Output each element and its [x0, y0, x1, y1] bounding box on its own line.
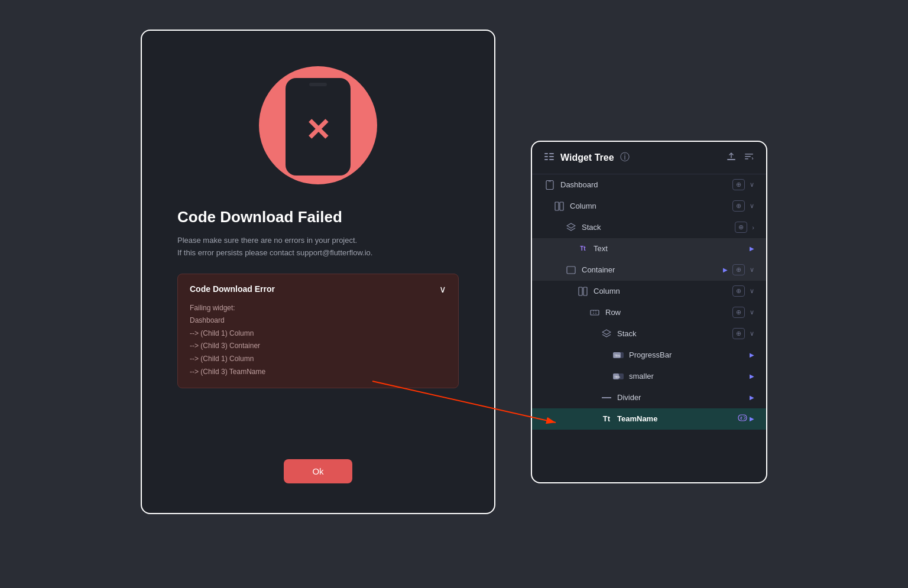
add-child-btn-stack-1[interactable]: ⊕ — [735, 222, 747, 233]
tree-item-text[interactable]: Tt Text ▶ — [532, 238, 766, 259]
chevron-stack-2[interactable]: ∨ — [750, 330, 754, 337]
svg-rect-7 — [745, 154, 753, 155]
play-icon-text[interactable]: ▶ — [750, 245, 754, 252]
svg-rect-2 — [544, 159, 548, 160]
tree-actions-column-2: ⊕ ∨ — [732, 285, 754, 297]
tree-item-row[interactable]: Row ⊕ ∨ — [532, 302, 766, 323]
tree-label-divider: Divider — [617, 393, 750, 402]
phone-body: ✕ — [286, 78, 351, 176]
svg-rect-0 — [544, 153, 548, 154]
tree-item-stack-1[interactable]: Stack ⊕ › — [532, 217, 766, 238]
tree-item-column-2[interactable]: Column ⊕ ∨ — [532, 281, 766, 302]
error-line-4: --> (Child 3) Container — [190, 340, 446, 353]
tree-item-progressbar[interactable]: 75% ProgressBar ▶ — [532, 345, 766, 366]
container-icon — [565, 264, 577, 276]
svg-rect-10 — [546, 180, 553, 189]
tree-item-dashboard[interactable]: Dashboard ⊕ ∨ — [532, 174, 766, 196]
stack-icon — [565, 222, 577, 233]
chevron-column-1[interactable]: ∨ — [750, 202, 754, 210]
play-icon-divider[interactable]: ▶ — [750, 394, 754, 401]
play-icon-progressbar[interactable]: ▶ — [750, 352, 754, 358]
svg-rect-16 — [579, 287, 582, 295]
svg-rect-6 — [727, 159, 735, 160]
text-icon: Tt — [577, 243, 589, 255]
tree-label-row: Row — [605, 308, 732, 317]
tree-item-teamname[interactable]: Tt TeamName ℓ ▶ — [532, 408, 766, 430]
svg-rect-3 — [549, 153, 554, 154]
tree-label-progressbar: ProgressBar — [629, 350, 750, 359]
play-icon-smaller[interactable]: ▶ — [750, 373, 754, 379]
stack-icon-2 — [601, 328, 612, 340]
svg-marker-21 — [602, 330, 611, 334]
svg-rect-17 — [583, 287, 587, 295]
error-line-3: --> (Child 1) Column — [190, 327, 446, 340]
chevron-row[interactable]: ∨ — [750, 308, 754, 316]
chevron-stack-1[interactable]: › — [752, 224, 754, 231]
svg-rect-15 — [567, 267, 575, 274]
row-icon — [589, 307, 601, 319]
tree-label-text: Text — [594, 244, 750, 253]
phone-illustration: ✕ — [259, 66, 377, 184]
chevron-dashboard[interactable]: ∨ — [750, 181, 754, 189]
add-child-btn-row[interactable]: ⊕ — [732, 307, 745, 318]
svg-rect-12 — [555, 202, 559, 210]
error-box-title: Code Download Error — [190, 284, 275, 294]
svg-rect-11 — [549, 181, 552, 181]
add-child-btn-container[interactable]: ⊕ — [732, 264, 745, 275]
upload-icon[interactable] — [726, 151, 737, 164]
main-container: ✕ Code Download Failed Please make sure … — [0, 0, 908, 588]
chevron-down-icon[interactable]: ∨ — [439, 284, 446, 295]
svg-rect-13 — [560, 202, 563, 210]
tree-actions-container: ⊕ ∨ — [732, 264, 754, 275]
tree-label-smaller: smaller — [629, 372, 750, 381]
ok-button[interactable]: Ok — [284, 459, 352, 483]
progressbar-icon: 75% — [612, 349, 624, 361]
tree-label-column-2: Column — [594, 287, 732, 295]
add-child-btn-column-2[interactable]: ⊕ — [732, 285, 745, 297]
column-icon-2 — [577, 285, 589, 297]
header-icons-right — [726, 151, 754, 164]
chevron-container[interactable]: ∨ — [750, 266, 754, 274]
dialog-title: Code Download Failed — [177, 208, 459, 226]
phone-notch — [309, 83, 327, 86]
tree-item-stack-2[interactable]: Stack ⊕ ∨ — [532, 323, 766, 345]
play-icon-container[interactable]: ▶ — [723, 267, 728, 273]
error-line-2: Dashboard — [190, 314, 446, 327]
widget-tree-header: Widget Tree ⓘ — [532, 142, 766, 174]
tree-item-smaller[interactable]: 76% smaller ▶ — [532, 366, 766, 387]
error-box-header: Code Download Error ∨ — [190, 284, 446, 295]
tree-item-column-1[interactable]: Column ⊕ ∨ — [532, 196, 766, 217]
column-icon — [553, 200, 565, 212]
tree-label-stack-1: Stack — [582, 223, 735, 232]
svg-rect-4 — [549, 156, 554, 157]
tree-label-dashboard: Dashboard — [560, 180, 732, 189]
chevron-column-2[interactable]: ∨ — [750, 287, 754, 295]
error-box-content: Failing widget: Dashboard --> (Child 1) … — [190, 302, 446, 379]
play-icon-teamname[interactable]: ▶ — [750, 415, 754, 422]
sort-icon[interactable] — [744, 151, 754, 164]
variable-icon: ℓ — [738, 414, 747, 423]
error-box: Code Download Error ∨ Failing widget: Da… — [177, 274, 459, 389]
add-child-btn-stack-2[interactable]: ⊕ — [732, 328, 745, 339]
widget-tree-panel: Widget Tree ⓘ — [531, 141, 767, 483]
tree-actions-stack-2: ⊕ ∨ — [732, 328, 754, 339]
tree-actions-row: ⊕ ∨ — [732, 307, 754, 318]
add-child-btn-dashboard[interactable]: ⊕ — [732, 179, 745, 190]
add-child-btn-column-1[interactable]: ⊕ — [732, 200, 745, 212]
tree-actions-column-1: ⊕ ∨ — [732, 200, 754, 212]
error-line-1: Failing widget: — [190, 302, 446, 315]
svg-text:76%: 76% — [614, 375, 621, 379]
tree-actions-stack-1: ⊕ › — [735, 222, 754, 233]
svg-text:ℓ: ℓ — [740, 416, 742, 420]
tree-label-column-1: Column — [570, 202, 732, 210]
svg-rect-9 — [745, 158, 748, 160]
svg-rect-8 — [745, 156, 751, 157]
widget-tree-icon — [544, 151, 554, 164]
tree-label-stack-2: Stack — [617, 329, 732, 338]
error-line-5: --> (Child 1) Column — [190, 353, 446, 366]
error-dialog: ✕ Code Download Failed Please make sure … — [141, 30, 495, 514]
info-icon[interactable]: ⓘ — [620, 151, 630, 164]
text-tt-icon: Tt — [601, 413, 612, 425]
tree-item-divider[interactable]: Divider ▶ — [532, 387, 766, 408]
tree-item-container[interactable]: Container ▶ ⊕ ∨ — [532, 259, 766, 281]
